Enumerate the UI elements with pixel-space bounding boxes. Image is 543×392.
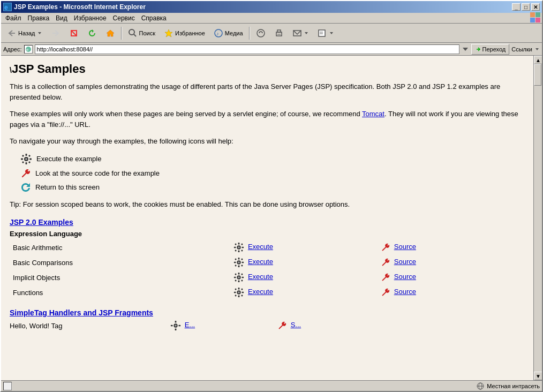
partial-example-name: Hello, World! Tag bbox=[10, 322, 170, 330]
network-status-text: Местная интрасеть bbox=[487, 383, 540, 389]
svg-rect-69 bbox=[241, 288, 243, 290]
scroll-down-button[interactable]: ▼ bbox=[534, 372, 542, 380]
execute-link-2[interactable]: Execute bbox=[248, 273, 273, 281]
svg-rect-46 bbox=[234, 262, 236, 263]
search-label: Поиск bbox=[139, 30, 155, 36]
minimize-button[interactable]: _ bbox=[512, 3, 521, 11]
scroll-thumb[interactable] bbox=[534, 64, 541, 86]
section1-heading[interactable]: JSP 2.0 Examples bbox=[10, 218, 525, 227]
svg-rect-51 bbox=[241, 265, 243, 267]
intro-text: This is a collection of samples demonstr… bbox=[10, 82, 500, 101]
source-legend-icon bbox=[20, 168, 31, 179]
edit-button[interactable] bbox=[314, 26, 338, 41]
table-row: Basic Comparisons bbox=[10, 255, 525, 270]
forward-icon bbox=[51, 28, 61, 38]
title-bar: e JSP Examples - Microsoft Internet Expl… bbox=[1, 1, 542, 13]
forward-button[interactable] bbox=[47, 26, 64, 41]
source-link-2[interactable]: Source bbox=[394, 273, 416, 281]
back-button[interactable]: Назад bbox=[3, 26, 46, 41]
favorites-label: Избранное bbox=[175, 30, 205, 36]
svg-rect-24 bbox=[26, 154, 27, 156]
svg-text:e: e bbox=[4, 4, 8, 11]
menu-file[interactable]: Файл bbox=[2, 14, 25, 22]
svg-rect-57 bbox=[242, 277, 244, 278]
address-dropdown-icon[interactable] bbox=[462, 46, 469, 53]
partial-execute-link[interactable]: E... bbox=[185, 321, 195, 329]
home-button[interactable] bbox=[102, 26, 119, 41]
address-input[interactable] bbox=[35, 44, 459, 54]
scroll-track[interactable] bbox=[534, 64, 542, 372]
svg-text:e: e bbox=[26, 47, 29, 52]
partial-source-link[interactable]: S... bbox=[291, 321, 301, 329]
svg-rect-54 bbox=[238, 273, 240, 275]
favorites-button[interactable]: Избранное bbox=[160, 26, 209, 41]
source-link-1[interactable]: Source bbox=[394, 258, 416, 266]
el-examples-table: Basic Arithmetic bbox=[10, 240, 525, 300]
menu-edit[interactable]: Правка bbox=[25, 14, 53, 22]
source-cell-3: Source bbox=[378, 285, 525, 300]
maximize-button[interactable]: □ bbox=[522, 3, 530, 11]
menu-favorites[interactable]: Избранное bbox=[71, 14, 110, 22]
menu-help[interactable]: Справка bbox=[138, 14, 170, 22]
execute-link-0[interactable]: Execute bbox=[248, 243, 273, 251]
svg-rect-50 bbox=[235, 265, 237, 267]
status-right-panel: Местная интрасеть bbox=[476, 382, 540, 390]
source-link-0[interactable]: Source bbox=[394, 243, 416, 251]
execute-link-1[interactable]: Execute bbox=[248, 258, 273, 266]
media-button[interactable]: ♪ Медиа bbox=[210, 26, 247, 41]
refresh-button[interactable] bbox=[84, 26, 101, 41]
svg-rect-30 bbox=[22, 161, 24, 163]
content-area: \ JSP Samples This is a collection of sa… bbox=[1, 56, 542, 380]
go-button[interactable]: Переход bbox=[471, 44, 510, 55]
execute-icon-1 bbox=[233, 257, 244, 268]
tip-paragraph: Tip: For session scoped beans to work, t… bbox=[10, 199, 525, 210]
svg-rect-74 bbox=[175, 321, 177, 323]
svg-rect-76 bbox=[171, 325, 173, 327]
svg-rect-68 bbox=[235, 288, 237, 290]
tomcat-link[interactable]: Tomcat bbox=[362, 110, 384, 118]
print-icon bbox=[274, 28, 284, 38]
scroll-up-button[interactable]: ▲ bbox=[534, 56, 542, 64]
svg-rect-59 bbox=[241, 273, 243, 275]
status-bar: Местная интрасеть bbox=[1, 380, 542, 391]
status-icon bbox=[3, 382, 12, 390]
return-icon-item: Return to this screen bbox=[20, 182, 525, 193]
execute-link-3[interactable]: Execute bbox=[248, 288, 273, 296]
svg-rect-45 bbox=[238, 265, 240, 267]
expression-language-heading: Expression Language bbox=[10, 230, 525, 238]
svg-rect-60 bbox=[235, 280, 237, 282]
execute-cell-1: Execute bbox=[230, 255, 378, 270]
print-button[interactable] bbox=[270, 26, 288, 41]
menu-tools[interactable]: Сервис bbox=[110, 14, 138, 22]
star-icon bbox=[164, 28, 174, 38]
search-button[interactable]: Поиск bbox=[124, 26, 159, 41]
execute-icon-2 bbox=[233, 272, 244, 283]
windows-logo-icon bbox=[529, 11, 541, 23]
stop-button[interactable] bbox=[65, 26, 82, 41]
source-icon-2 bbox=[381, 273, 390, 282]
svg-rect-67 bbox=[242, 292, 244, 293]
media-label: Медиа bbox=[225, 30, 243, 36]
section2-heading[interactable]: SimpleTag Handlers and JSP Fragments bbox=[10, 308, 525, 317]
table-row: Implicit Objects bbox=[10, 270, 525, 285]
example-name-2: Implicit Objects bbox=[10, 270, 230, 285]
edit-icon bbox=[318, 28, 327, 38]
svg-rect-49 bbox=[241, 258, 243, 260]
edit-dropdown-icon bbox=[329, 31, 334, 36]
mail-button[interactable] bbox=[289, 26, 313, 41]
svg-rect-35 bbox=[238, 250, 240, 252]
return-legend-label: Return to this screen bbox=[35, 183, 100, 191]
close-button[interactable]: ✕ bbox=[531, 3, 540, 11]
svg-rect-71 bbox=[241, 295, 243, 297]
svg-rect-38 bbox=[235, 243, 237, 245]
svg-rect-17 bbox=[319, 30, 325, 36]
svg-rect-4 bbox=[536, 18, 540, 22]
menu-view[interactable]: Вид bbox=[52, 14, 71, 22]
source-link-3[interactable]: Source bbox=[394, 288, 416, 296]
svg-point-73 bbox=[175, 325, 177, 327]
refresh2-icon bbox=[256, 28, 266, 38]
refresh-btn2[interactable] bbox=[252, 26, 269, 41]
svg-rect-27 bbox=[29, 158, 32, 160]
toolbar-separator-2 bbox=[249, 27, 250, 40]
svg-rect-2 bbox=[536, 12, 540, 17]
